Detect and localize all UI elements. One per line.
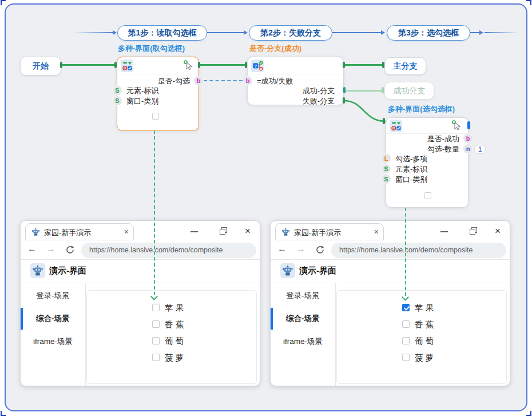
- port-bool[interactable]: b: [463, 134, 473, 143]
- line-cap: [343, 87, 346, 93]
- reload-icon[interactable]: [315, 245, 325, 257]
- port-string[interactable]: S: [113, 86, 122, 95]
- step-connector-line: [207, 32, 244, 33]
- checkbox-label: 苹果: [165, 303, 186, 314]
- success-branch-node[interactable]: 成功分支: [384, 82, 434, 100]
- checkbox-label: 香蕉: [165, 319, 186, 330]
- line-cap: [60, 62, 62, 68]
- step-pill-2[interactable]: 第2步：失败分支: [249, 25, 332, 41]
- next-step-stub[interactable]: [467, 121, 470, 129]
- browser-window-before: 家园-新手演示 × × ← → https://home.lansive.com…: [20, 220, 260, 386]
- start-label: 开始: [33, 61, 49, 72]
- checkbox-apple-checked[interactable]: [402, 304, 410, 311]
- divider: [271, 283, 510, 283]
- port-string[interactable]: S: [382, 175, 391, 184]
- node-if-branch[interactable]: ? =成功/失败 b 成功-分支 失败-分支: [247, 57, 344, 105]
- tab-close-icon[interactable]: ×: [374, 227, 379, 236]
- corner-mark: [1, 411, 6, 416]
- node-select-checkbox[interactable]: 是否-成功 b 勾选-数量 n 1 勾选-多项 L 元素-标识 S 窗口-类别 …: [386, 117, 469, 208]
- node-input-row: 勾选-多项: [386, 154, 468, 164]
- divider: [271, 259, 510, 260]
- restore-button[interactable]: [470, 227, 477, 235]
- minimize-button[interactable]: [190, 231, 198, 232]
- start-node[interactable]: 开始: [20, 57, 61, 76]
- line-cap: [382, 62, 384, 68]
- checkbox-pineapple[interactable]: [402, 354, 410, 361]
- tab-title: 家园-新手演示: [44, 228, 91, 238]
- minimize-button[interactable]: [440, 231, 448, 232]
- sidebar-item-composite[interactable]: 综合-场景: [271, 311, 335, 326]
- line-cap: [343, 97, 345, 104]
- input-label: 窗口-类别: [395, 175, 427, 184]
- checkbox-label: 菠萝: [165, 352, 186, 363]
- arrow-right-icon: [244, 30, 248, 35]
- node-read-checkbox[interactable]: 是否-勾选 b 元素-标识 S 窗口-类别 S: [117, 57, 199, 131]
- divider: [21, 259, 260, 260]
- checkbox-banana[interactable]: [402, 320, 410, 328]
- port-bool[interactable]: b: [243, 76, 252, 85]
- output-label: 是否-成功: [427, 134, 459, 143]
- node-preview-checkbox: [152, 113, 159, 120]
- step-pill-1[interactable]: 第1步：读取勾选框: [117, 25, 207, 41]
- window-close-icon[interactable]: ×: [245, 226, 251, 236]
- step-connector-line: [485, 32, 519, 33]
- sidebar-item-iframe[interactable]: iframe-场景: [21, 334, 85, 349]
- branch-label: 成功-分支: [303, 86, 335, 95]
- forward-icon[interactable]: →: [46, 244, 55, 254]
- restore-button[interactable]: [220, 227, 227, 235]
- checkbox-grape[interactable]: [152, 337, 160, 344]
- checkbox-grape[interactable]: [402, 337, 410, 344]
- browser-tab[interactable]: 家园-新手演示 ×: [25, 223, 134, 240]
- cursor-click-icon: [183, 60, 193, 73]
- node-input-row: 窗口-类别: [117, 96, 198, 106]
- page-robot-icon: [280, 263, 295, 278]
- step-connector-line: [332, 32, 381, 33]
- arrow-right-icon: [113, 30, 117, 35]
- success-branch-line: [345, 90, 384, 92]
- step-connector-line: [73, 32, 113, 33]
- back-icon[interactable]: ←: [27, 244, 37, 254]
- line-cap: [383, 118, 385, 124]
- sidebar-item-iframe[interactable]: iframe-场景: [271, 334, 335, 349]
- automation-canvas: 第1步：读取勾选框 第2步：失败分支 第3步：选勾选框 开始 多种-界面(取勾选…: [0, 0, 532, 416]
- if-branch-icon: ?: [251, 60, 264, 74]
- tab-close-icon[interactable]: ×: [124, 227, 129, 236]
- url-bar[interactable]: https://home.lansive.com/demo/composite: [81, 243, 256, 258]
- port-bool[interactable]: b: [194, 76, 203, 85]
- page-title: 演示-界面: [49, 266, 86, 276]
- checkbox-pineapple[interactable]: [152, 354, 160, 361]
- url-bar[interactable]: https://home.lansive.com/demo/composite: [331, 243, 506, 258]
- multi-ui-icon: [390, 120, 402, 134]
- flow-line: [199, 64, 248, 66]
- branch-row-success: 成功-分支: [248, 86, 343, 96]
- multi-ui-icon: [121, 60, 133, 74]
- checkbox-banana[interactable]: [152, 320, 160, 328]
- window-close-icon[interactable]: ×: [495, 226, 501, 236]
- port-number[interactable]: n: [463, 144, 473, 153]
- port-string[interactable]: S: [113, 96, 122, 105]
- reload-icon[interactable]: [65, 245, 75, 257]
- target-pointer-line: [154, 130, 155, 295]
- node-header: [386, 118, 468, 134]
- output-label: 是否-勾选: [158, 77, 190, 85]
- sidebar-item-login[interactable]: 登录-场景: [21, 288, 85, 303]
- forward-icon[interactable]: →: [296, 244, 305, 254]
- port-string[interactable]: S: [382, 164, 391, 173]
- tab-favicon-robot-icon: [31, 228, 40, 239]
- sidebar-item-login[interactable]: 登录-场景: [271, 288, 335, 303]
- main-branch-node[interactable]: 主分支: [384, 57, 426, 75]
- line-cap: [198, 62, 200, 68]
- step-2-label: 第2步：失败分支: [260, 28, 321, 38]
- content-card: 苹果 香蕉 葡萄 菠萝: [336, 290, 507, 384]
- port-list[interactable]: L: [382, 154, 391, 163]
- divider: [21, 283, 260, 283]
- corner-mark: [1, 0, 6, 5]
- checkbox-apple[interactable]: [152, 304, 160, 311]
- divider: [335, 283, 336, 386]
- step-pill-3[interactable]: 第3步：选勾选框: [387, 25, 470, 41]
- checkbox-label: 香蕉: [415, 319, 436, 330]
- node-output-row: 勾选-数量: [386, 144, 468, 154]
- browser-tab[interactable]: 家园-新手演示 ×: [275, 223, 384, 240]
- back-icon[interactable]: ←: [277, 244, 287, 254]
- sidebar-item-composite[interactable]: 综合-场景: [21, 311, 85, 326]
